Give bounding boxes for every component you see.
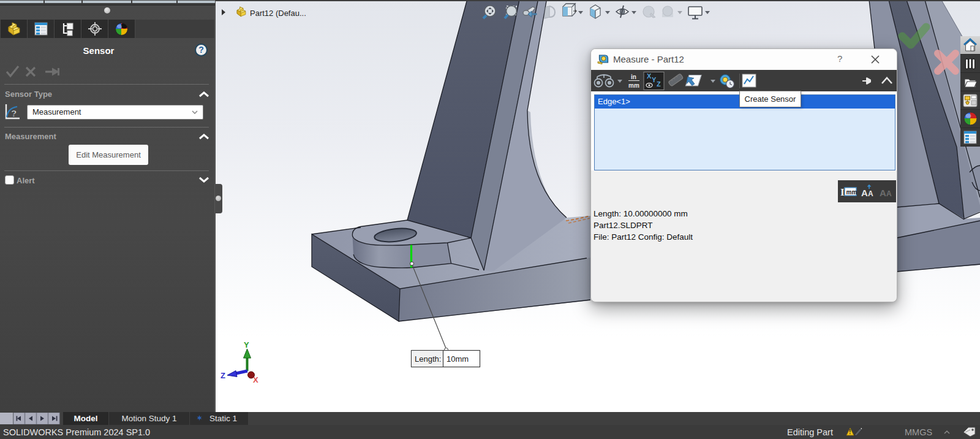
svg-text:Z: Z	[221, 371, 225, 380]
svg-text:A: A	[861, 188, 868, 198]
svg-text:10mm: 10mm	[447, 354, 469, 364]
svg-text:Y: Y	[652, 76, 657, 83]
svg-text:A: A	[868, 189, 873, 198]
svg-text:!: !	[849, 429, 851, 435]
svg-text:A: A	[886, 189, 892, 198]
svg-text:A: A	[880, 188, 886, 198]
svg-text:mm: mm	[628, 82, 639, 89]
svg-text:X: X	[647, 72, 652, 80]
svg-text:I: I	[840, 186, 845, 198]
svg-text:mm: mm	[846, 189, 858, 196]
svg-text:X: X	[253, 375, 258, 384]
svg-text:Length:: Length:	[415, 354, 441, 364]
svg-text:Y: Y	[244, 340, 249, 349]
svg-text:?: ?	[11, 108, 17, 118]
svg-text:Z: Z	[657, 80, 661, 88]
svg-text:in: in	[631, 74, 636, 80]
